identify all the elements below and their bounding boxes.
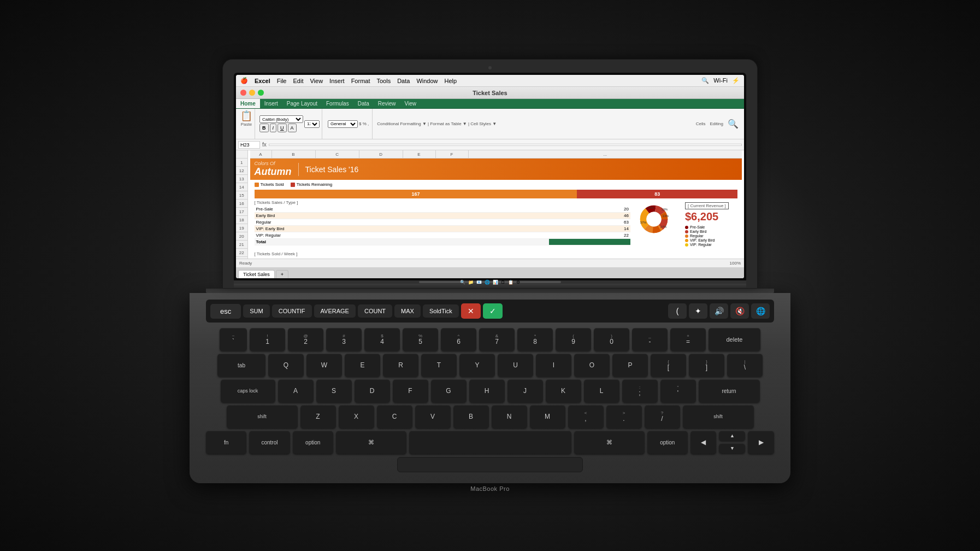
menu-tools[interactable]: Tools <box>376 78 391 84</box>
key-a[interactable]: A <box>278 379 314 402</box>
caps-lock-key[interactable]: caps lock <box>221 379 275 402</box>
menu-help[interactable]: Help <box>445 78 457 84</box>
key-l[interactable]: L <box>584 379 619 402</box>
formula-input[interactable] <box>269 144 742 146</box>
left-cmd-key[interactable]: ⌘ <box>336 431 406 454</box>
key-semicolon[interactable]: : ; <box>622 379 658 402</box>
menu-insert[interactable]: Insert <box>329 78 345 84</box>
key-e[interactable]: E <box>345 354 380 377</box>
menu-edit[interactable]: Edit <box>293 78 303 84</box>
key-slash[interactable]: ? / <box>645 405 680 428</box>
fn-key[interactable]: fn <box>206 431 246 454</box>
key-d[interactable]: D <box>355 379 390 402</box>
key-3[interactable]: # 3 <box>326 328 362 351</box>
key-4[interactable]: $ 4 <box>364 328 400 351</box>
cell-reference[interactable]: H23 <box>238 141 260 149</box>
key-h[interactable]: H <box>469 379 505 402</box>
menu-file[interactable]: File <box>277 78 287 84</box>
key-z[interactable]: Z <box>300 405 336 428</box>
key-u[interactable]: U <box>498 354 533 377</box>
key-r[interactable]: R <box>383 354 418 377</box>
key-m[interactable]: M <box>530 405 565 428</box>
ribbon-tab-pagelayout[interactable]: Page Layout <box>282 99 322 108</box>
tb-count-key[interactable]: COUNT <box>358 304 392 318</box>
menu-format[interactable]: Format <box>351 78 370 84</box>
key-g[interactable]: G <box>431 379 467 402</box>
ribbon-tab-formulas[interactable]: Formulas <box>322 99 353 108</box>
arrow-up-key[interactable]: ▲ <box>719 431 745 441</box>
key-b[interactable]: B <box>453 405 489 428</box>
esc-key[interactable]: esc <box>210 304 241 319</box>
sheet-tab-add[interactable]: + <box>276 270 288 278</box>
key-quote[interactable]: " ' <box>660 379 696 402</box>
tab-key[interactable]: tab <box>217 354 265 377</box>
tb-bracket-key[interactable]: ( <box>668 303 687 319</box>
left-shift-key[interactable]: shift <box>227 405 298 428</box>
minimize-button[interactable] <box>249 90 255 96</box>
menu-data[interactable]: Data <box>397 78 410 84</box>
tb-sum-key[interactable]: SUM <box>243 304 269 318</box>
key-1[interactable]: ! 1 <box>250 328 285 351</box>
delete-key[interactable]: delete <box>709 328 760 351</box>
tb-siri-key[interactable]: 🌐 <box>751 303 770 319</box>
key-k[interactable]: K <box>546 379 581 402</box>
right-shift-key[interactable]: shift <box>683 405 754 428</box>
key-6[interactable]: ^ 6 <box>441 328 476 351</box>
key-comma[interactable]: < , <box>568 405 604 428</box>
key-w[interactable]: W <box>306 354 342 377</box>
key-backtick[interactable]: ~ ` <box>220 328 247 351</box>
key-9[interactable]: ( 9 <box>556 328 591 351</box>
trackpad[interactable] <box>397 457 583 472</box>
tb-confirm-button[interactable]: ✓ <box>483 303 503 319</box>
ribbon-tab-insert[interactable]: Insert <box>260 99 282 108</box>
menu-excel[interactable]: Excel <box>255 78 270 84</box>
key-period[interactable]: > . <box>606 405 642 428</box>
key-v[interactable]: V <box>415 405 451 428</box>
sheet-tab-ticket-sales[interactable]: Ticket Sales <box>238 270 275 278</box>
arrow-left-key[interactable]: ◀ <box>690 431 717 454</box>
ribbon-tab-review[interactable]: Review <box>374 99 400 108</box>
key-7[interactable]: & 7 <box>479 328 515 351</box>
key-i[interactable]: I <box>536 354 571 377</box>
key-n[interactable]: N <box>492 405 527 428</box>
ribbon-tab-home[interactable]: Home <box>236 99 260 108</box>
key-2[interactable]: @ 2 <box>288 328 323 351</box>
tb-brightness-key[interactable]: ✦ <box>689 303 707 319</box>
ribbon-tab-data[interactable]: Data <box>353 99 374 108</box>
key-y[interactable]: Y <box>459 354 495 377</box>
arrow-down-key[interactable]: ▼ <box>719 443 745 453</box>
key-backslash[interactable]: | \ <box>727 354 763 377</box>
key-8[interactable]: * 8 <box>517 328 553 351</box>
apple-menu[interactable]: 🍎 <box>240 77 248 84</box>
tb-average-key[interactable]: AVERAGE <box>314 304 356 318</box>
spacebar[interactable] <box>409 431 571 454</box>
key-0[interactable]: ) 0 <box>594 328 629 351</box>
tb-countif-key[interactable]: COUNTIF <box>272 304 312 318</box>
alt-key[interactable]: option <box>293 431 333 454</box>
ctrl-key[interactable]: control <box>249 431 290 454</box>
key-p[interactable]: P <box>612 354 648 377</box>
tb-volume-down-key[interactable]: 🔇 <box>730 303 749 319</box>
ribbon-tab-view[interactable]: View <box>400 99 421 108</box>
tb-volume-up-key[interactable]: 🔊 <box>710 303 728 319</box>
key-equals[interactable]: + = <box>670 328 706 351</box>
key-minus[interactable]: _ - <box>632 328 668 351</box>
key-o[interactable]: O <box>574 354 610 377</box>
key-bracket-close[interactable]: } ] <box>689 354 724 377</box>
menu-window[interactable]: Window <box>416 78 438 84</box>
key-f[interactable]: F <box>393 379 428 402</box>
key-j[interactable]: J <box>507 379 543 402</box>
key-c[interactable]: C <box>377 405 412 428</box>
tb-cancel-button[interactable]: ✕ <box>461 303 481 319</box>
arrow-right-key[interactable]: ▶ <box>748 431 774 454</box>
maximize-button[interactable] <box>258 90 264 96</box>
return-key[interactable]: return <box>699 379 760 402</box>
key-5[interactable]: % 5 <box>403 328 438 351</box>
key-s[interactable]: S <box>316 379 352 402</box>
key-t[interactable]: T <box>421 354 457 377</box>
key-bracket-open[interactable]: { [ <box>651 354 686 377</box>
right-alt-key[interactable]: option <box>647 431 688 454</box>
close-button[interactable] <box>240 90 246 96</box>
key-q[interactable]: Q <box>268 354 304 377</box>
tb-max-key[interactable]: MAX <box>394 304 421 318</box>
